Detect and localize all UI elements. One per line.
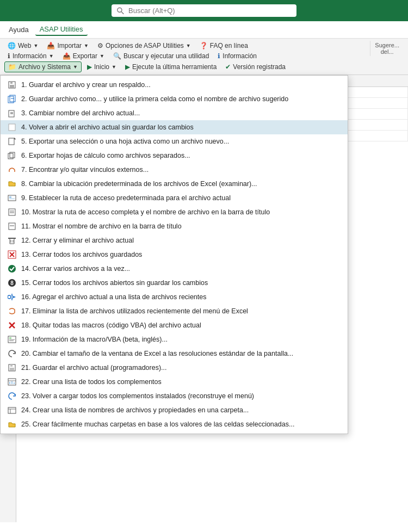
opciones-icon: ⚙ bbox=[97, 42, 103, 50]
item-21-text: 21. Guardar el archivo actual (programad… bbox=[21, 364, 341, 372]
item-24-icon bbox=[7, 405, 17, 415]
menu-item-23[interactable]: 23. Volver a cargar todos los complement… bbox=[1, 389, 348, 403]
item-21-icon bbox=[7, 363, 17, 373]
menu-item-3[interactable]: 3. Cambiar nombre del archivo actual... bbox=[1, 106, 348, 120]
search-bar bbox=[0, 0, 408, 21]
menu-item-10[interactable]: 10. Mostrar la ruta de acceso completa y… bbox=[1, 205, 348, 219]
ribbon-inicio[interactable]: ▶ Inicio ▼ bbox=[84, 61, 120, 72]
menu-item-21[interactable]: 21. Guardar el archivo actual (programad… bbox=[1, 361, 348, 375]
ribbon-web[interactable]: 🌐 Web ▼ bbox=[4, 41, 41, 51]
menu-item-20[interactable]: 20. Cambiar el tamaño de la ventana de E… bbox=[1, 347, 348, 361]
svg-rect-40 bbox=[9, 339, 15, 340]
ribbon-version[interactable]: ✔ Versión registrada bbox=[222, 61, 289, 72]
svg-rect-44 bbox=[10, 364, 13, 367]
ribbon-faq[interactable]: ❓ FAQ en línea bbox=[196, 41, 251, 51]
item-18-icon bbox=[7, 320, 17, 330]
svg-rect-39 bbox=[9, 337, 11, 339]
menu-asap[interactable]: ASAP Utilities bbox=[35, 23, 88, 36]
item-9-text: 9. Establecer la ruta de acceso predeter… bbox=[21, 194, 341, 202]
menu-item-25[interactable]: 25. Crear fácilmente muchas carpetas en … bbox=[1, 417, 348, 431]
item-1-text: 1. Guardar el archivo y crear un respald… bbox=[21, 81, 341, 89]
ejecutar-icon: ▶ bbox=[125, 63, 130, 71]
svg-line-1 bbox=[121, 11, 123, 14]
search-input[interactable] bbox=[128, 7, 291, 15]
item-9-icon bbox=[7, 193, 17, 203]
menu-item-13[interactable]: 13. Cerrar todos los archivos guardados bbox=[1, 248, 348, 262]
item-17-text: 17. Eliminar la lista de archivos utiliz… bbox=[21, 307, 341, 315]
item-17-icon bbox=[7, 306, 17, 316]
menu-bar: Ayuda ASAP Utilities bbox=[0, 21, 408, 39]
menu-item-2[interactable]: 2. Guardar archivo como... y utilice la … bbox=[1, 92, 348, 106]
menu-item-9[interactable]: 9. Establecer la ruta de acceso predeter… bbox=[1, 191, 348, 205]
item-14-icon bbox=[7, 264, 17, 274]
svg-rect-23 bbox=[9, 223, 15, 230]
buscar-util-icon: 🔍 bbox=[113, 52, 121, 60]
ribbon-info-btn[interactable]: ℹ Información bbox=[214, 51, 260, 61]
item-3-icon bbox=[7, 108, 17, 118]
item-22-text: 22. Crear una lista de todos los complem… bbox=[21, 378, 341, 386]
item-25-icon bbox=[7, 419, 17, 429]
menu-item-22[interactable]: 22. Crear una lista de todos los complem… bbox=[1, 375, 348, 389]
ribbon-informacion[interactable]: ℹ Información ▼ bbox=[4, 51, 57, 61]
svg-rect-20 bbox=[9, 209, 15, 215]
item-16-icon bbox=[7, 292, 17, 302]
item-19-text: 19. Información de la macro/VBA (beta, i… bbox=[21, 336, 341, 343]
ribbon: 🌐 Web ▼ 📥 Importar ▼ ⚙ Opciones de ASAP … bbox=[0, 39, 408, 75]
menu-item-19[interactable]: 19. Información de la macro/VBA (beta, i… bbox=[1, 332, 348, 347]
ribbon-opciones[interactable]: ⚙ Opciones de ASAP Utilities ▼ bbox=[94, 41, 194, 51]
item-1-icon bbox=[7, 80, 17, 90]
menu-item-18[interactable]: 18. Quitar todas las macros (código VBA)… bbox=[1, 318, 348, 332]
menu-item-6[interactable]: 6. Exportar hojas de cálculo como archiv… bbox=[1, 149, 348, 163]
menu-item-5[interactable]: 5. Exportar una selección o una hoja act… bbox=[1, 134, 348, 149]
menu-item-1[interactable]: 1. Guardar el archivo y crear un respald… bbox=[1, 78, 348, 92]
menu-item-8[interactable]: 8. Cambiar la ubicación predeterminada d… bbox=[1, 177, 348, 191]
item-4-icon bbox=[7, 122, 17, 132]
item-24-text: 24. Crear una lista de nombres de archiv… bbox=[21, 406, 341, 414]
item-3-text: 3. Cambiar nombre del archivo actual... bbox=[21, 109, 341, 117]
ribbon-importar[interactable]: 📥 Importar ▼ bbox=[44, 41, 92, 51]
menu-item-14[interactable]: 14. Cerrar varios archivos a la vez... bbox=[1, 262, 348, 276]
item-5-icon bbox=[7, 137, 17, 146]
menu-ayuda[interactable]: Ayuda bbox=[4, 24, 33, 35]
ribbon-right-sublabel: del... bbox=[381, 48, 394, 55]
menu-item-7[interactable]: 7. Encontrar y/o quitar vínculos externo… bbox=[1, 163, 348, 177]
menu-item-11[interactable]: 11. Mostrar el nombre de archivo en la b… bbox=[1, 219, 348, 233]
menu-item-17[interactable]: 17. Eliminar la lista de archivos utiliz… bbox=[1, 304, 348, 318]
svg-rect-50 bbox=[8, 407, 16, 413]
item-11-icon bbox=[7, 221, 17, 231]
ribbon-archivo-sistema[interactable]: 📁 Archivo y Sistema ▼ bbox=[4, 61, 82, 72]
search-icon bbox=[117, 7, 124, 15]
item-13-icon bbox=[7, 250, 17, 259]
item-15-text: 15. Cerrar todos los archivos abiertos s… bbox=[21, 279, 341, 287]
ribbon-buscar-util[interactable]: 🔍 Buscar y ejecutar una utilidad bbox=[110, 51, 212, 61]
item-12-text: 12. Cerrar y eliminar el archivo actual bbox=[21, 237, 341, 244]
svg-rect-3 bbox=[10, 85, 14, 88]
svg-point-31 bbox=[8, 265, 16, 273]
menu-item-24[interactable]: 24. Crear una lista de nombres de archiv… bbox=[1, 403, 348, 417]
svg-rect-18 bbox=[9, 196, 11, 198]
menu-item-4[interactable]: 4. Volver a abrir el archivo actual sin … bbox=[1, 120, 348, 134]
svg-text:8: 8 bbox=[10, 280, 14, 286]
menu-item-15[interactable]: 8 15. Cerrar todos los archivos abiertos… bbox=[1, 276, 348, 290]
item-14-text: 14. Cerrar varios archivos a la vez... bbox=[21, 265, 341, 273]
archivo-icon: 📁 bbox=[8, 63, 16, 71]
menu-item-12[interactable]: 12. Cerrar y eliminar el archivo actual bbox=[1, 233, 348, 248]
chevron-web: ▼ bbox=[33, 43, 38, 48]
exportar-icon: 📤 bbox=[63, 52, 71, 60]
menu-item-16[interactable]: 16. Agregar el archivo actual a una list… bbox=[1, 290, 348, 304]
item-6-icon bbox=[7, 151, 17, 160]
item-23-icon bbox=[7, 391, 17, 401]
svg-rect-49 bbox=[14, 382, 15, 384]
faq-icon: ❓ bbox=[200, 42, 208, 50]
ribbon-ejecutar[interactable]: ▶ Ejecute la última herramienta bbox=[122, 61, 220, 72]
item-16-text: 16. Agregar el archivo actual a una list… bbox=[21, 293, 341, 301]
svg-rect-48 bbox=[11, 381, 13, 384]
item-10-icon bbox=[7, 207, 17, 217]
item-13-text: 13. Cerrar todos los archivos guardados bbox=[21, 251, 341, 258]
ribbon-exportar[interactable]: 📤 Exportar ▼ bbox=[59, 51, 108, 61]
item-12-icon bbox=[7, 236, 17, 245]
item-20-text: 20. Cambiar el tamaño de la ventana de E… bbox=[21, 350, 341, 357]
chevron-opciones: ▼ bbox=[186, 43, 191, 48]
svg-rect-25 bbox=[8, 238, 16, 239]
item-8-text: 8. Cambiar la ubicación predeterminada d… bbox=[21, 180, 341, 188]
